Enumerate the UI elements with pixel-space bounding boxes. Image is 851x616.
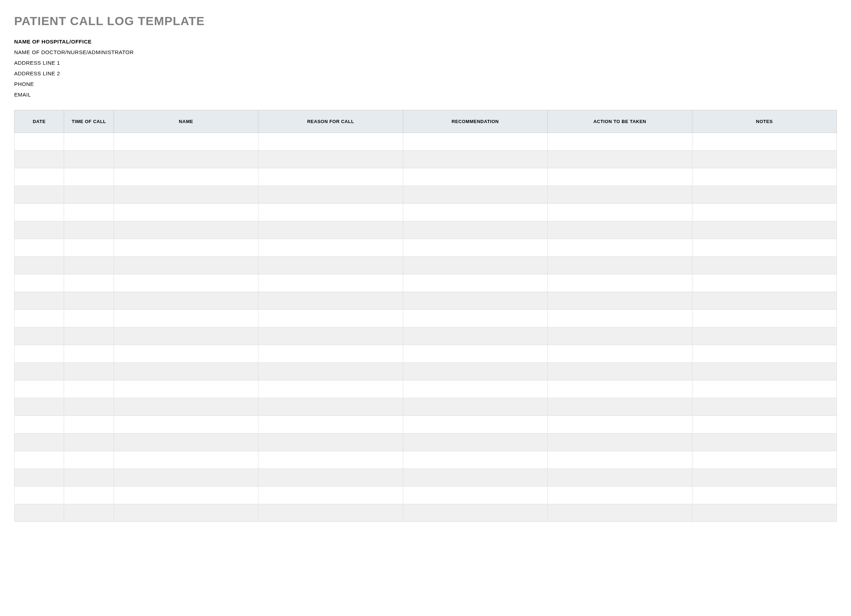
table-cell: [547, 469, 692, 487]
table-cell: [403, 239, 547, 257]
table-row: [15, 433, 837, 451]
table-cell: [15, 310, 64, 327]
table-cell: [547, 398, 692, 416]
table-cell: [114, 310, 258, 327]
table-cell: [15, 416, 64, 433]
table-row: [15, 133, 837, 151]
table-row: [15, 327, 837, 345]
table-cell: [114, 204, 258, 221]
table-cell: [547, 186, 692, 204]
table-cell: [114, 469, 258, 487]
table-cell: [259, 327, 403, 345]
table-cell: [15, 239, 64, 257]
table-cell: [692, 327, 836, 345]
table-cell: [547, 257, 692, 274]
table-cell: [64, 221, 114, 239]
table-cell: [64, 398, 114, 416]
table-cell: [15, 133, 64, 151]
table-cell: [692, 133, 836, 151]
table-cell: [259, 133, 403, 151]
table-cell: [403, 327, 547, 345]
table-cell: [547, 133, 692, 151]
table-cell: [547, 168, 692, 186]
table-cell: [15, 168, 64, 186]
table-cell: [259, 221, 403, 239]
table-row: [15, 469, 837, 487]
table-cell: [403, 363, 547, 381]
table-row: [15, 274, 837, 292]
table-cell: [259, 204, 403, 221]
table-cell: [259, 168, 403, 186]
table-cell: [114, 363, 258, 381]
table-cell: [64, 363, 114, 381]
info-address1: ADDRESS LINE 1: [14, 58, 837, 68]
table-cell: [15, 151, 64, 168]
table-cell: [403, 133, 547, 151]
table-cell: [547, 327, 692, 345]
table-cell: [64, 469, 114, 487]
table-cell: [64, 381, 114, 398]
table-cell: [403, 469, 547, 487]
table-cell: [114, 327, 258, 345]
table-cell: [403, 274, 547, 292]
table-cell: [15, 204, 64, 221]
table-cell: [64, 257, 114, 274]
table-cell: [15, 221, 64, 239]
table-cell: [692, 310, 836, 327]
table-cell: [692, 186, 836, 204]
table-cell: [547, 204, 692, 221]
table-cell: [547, 433, 692, 451]
info-block: NAME OF HOSPITAL/OFFICE NAME OF DOCTOR/N…: [14, 36, 837, 100]
column-header: RECOMMENDATION: [403, 110, 547, 133]
table-cell: [114, 345, 258, 363]
table-row: [15, 151, 837, 168]
table-cell: [403, 416, 547, 433]
column-header: NAME: [114, 110, 258, 133]
table-cell: [692, 416, 836, 433]
table-cell: [403, 504, 547, 522]
table-cell: [547, 274, 692, 292]
column-header: NOTES: [692, 110, 836, 133]
table-cell: [259, 416, 403, 433]
table-cell: [259, 239, 403, 257]
table-cell: [259, 504, 403, 522]
table-row: [15, 345, 837, 363]
table-row: [15, 239, 837, 257]
table-cell: [15, 345, 64, 363]
table-cell: [259, 398, 403, 416]
column-header: TIME OF CALL: [64, 110, 114, 133]
table-cell: [692, 451, 836, 469]
table-cell: [403, 310, 547, 327]
table-cell: [259, 487, 403, 504]
table-cell: [15, 487, 64, 504]
info-doctor: NAME OF DOCTOR/NURSE/ADMINISTRATOR: [14, 47, 837, 58]
table-cell: [692, 292, 836, 310]
table-cell: [114, 221, 258, 239]
table-cell: [15, 451, 64, 469]
table-cell: [114, 257, 258, 274]
table-cell: [259, 292, 403, 310]
table-row: [15, 221, 837, 239]
table-cell: [547, 151, 692, 168]
table-cell: [692, 487, 836, 504]
table-cell: [64, 345, 114, 363]
table-row: [15, 416, 837, 433]
table-cell: [259, 381, 403, 398]
table-cell: [692, 274, 836, 292]
table-cell: [64, 151, 114, 168]
table-cell: [547, 292, 692, 310]
table-cell: [259, 469, 403, 487]
table-cell: [259, 433, 403, 451]
table-cell: [547, 310, 692, 327]
table-cell: [403, 381, 547, 398]
table-cell: [64, 433, 114, 451]
table-cell: [547, 221, 692, 239]
table-cell: [114, 274, 258, 292]
table-cell: [114, 292, 258, 310]
table-row: [15, 186, 837, 204]
table-cell: [15, 433, 64, 451]
table-cell: [547, 345, 692, 363]
table-cell: [259, 345, 403, 363]
table-cell: [64, 292, 114, 310]
table-cell: [114, 186, 258, 204]
